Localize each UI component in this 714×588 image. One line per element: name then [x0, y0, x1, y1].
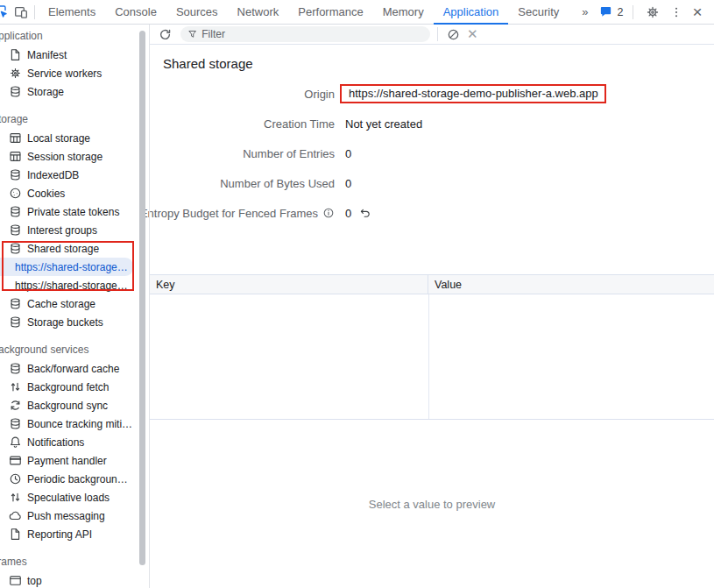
- database-icon: [9, 242, 22, 255]
- refresh-icon[interactable]: [158, 27, 172, 41]
- application-sidebar: ApplicationManifestService workersStorag…: [0, 25, 150, 588]
- sidebar-item-label: Storage: [27, 86, 64, 98]
- settings-gear-icon[interactable]: [645, 4, 661, 20]
- sidebar-item-https-shared-storage[interactable]: https://shared-storage…: [0, 258, 133, 276]
- sidebar-item-label: Speculative loads: [27, 492, 110, 504]
- panel-toolbar: ✕: [150, 25, 714, 45]
- devtools-window: ElementsConsoleSourcesNetworkPerformance…: [0, 0, 714, 588]
- sidebar-item-label: Private state tokens: [27, 206, 119, 218]
- tab-sources[interactable]: Sources: [166, 0, 228, 25]
- sidebar-item-label: Payment handler: [27, 455, 107, 467]
- sidebar-item-storage-buckets[interactable]: Storage buckets: [0, 313, 149, 331]
- detail-value: Not yet created: [345, 117, 714, 131]
- more-tabs-button[interactable]: »: [569, 5, 599, 18]
- sidebar-item-background-fetch[interactable]: Background fetch: [0, 378, 149, 396]
- sidebar-item-interest-groups[interactable]: Interest groups: [0, 221, 149, 239]
- close-view-icon[interactable]: ✕: [467, 26, 478, 42]
- value-preview-pane: Select a value to preview: [150, 420, 714, 588]
- sidebar-section-frames: Framestop: [0, 553, 149, 588]
- sync-icon: [9, 399, 22, 412]
- detail-label-text: Entropy Budget for Fenced Frames: [140, 207, 318, 220]
- shared-storage-panel: ✕ Shared storage Originhttps://shared-st…: [150, 25, 714, 588]
- detail-label: Number of Bytes Used: [150, 177, 335, 190]
- detail-label: Entropy Budget for Fenced Frames: [150, 207, 335, 220]
- detail-value: 0: [345, 207, 714, 220]
- sidebar-item-bounce-tracking-miti[interactable]: Bounce tracking miti…: [0, 414, 149, 433]
- issues-bubble-icon: [599, 5, 612, 18]
- cloud-icon: [9, 509, 22, 522]
- detail-label-text: Creation Time: [264, 117, 335, 131]
- sidebar-item-local-storage[interactable]: Local storage: [0, 129, 149, 147]
- filter-funnel-icon: [187, 29, 197, 39]
- sidebar-item-cache-storage[interactable]: Cache storage: [0, 294, 149, 313]
- sidebar-item-https-shared-storage[interactable]: https://shared-storage…: [0, 276, 149, 294]
- tab-memory[interactable]: Memory: [373, 0, 434, 25]
- tab-network[interactable]: Network: [228, 0, 289, 25]
- sidebar-item-label: Cookies: [27, 188, 65, 200]
- sidebar-item-payment-handler[interactable]: Payment handler: [0, 451, 149, 470]
- sidebar-item-periodic-backgroun[interactable]: Periodic backgroun…: [0, 470, 149, 488]
- close-devtools-button[interactable]: ×: [692, 4, 708, 20]
- database-icon: [9, 315, 22, 329]
- sidebar-item-shared-storage[interactable]: Shared storage: [0, 239, 149, 258]
- filter-input[interactable]: [201, 28, 423, 40]
- toolbar-divider: [437, 27, 438, 41]
- sidebar-item-top[interactable]: top: [0, 571, 149, 588]
- column-header-value[interactable]: Value: [428, 279, 714, 291]
- issues-counter[interactable]: 2: [599, 5, 623, 18]
- sidebar-item-label: Service workers: [27, 67, 102, 80]
- cookie-icon: [9, 187, 22, 200]
- sidebar-item-push-messaging[interactable]: Push messaging: [0, 507, 149, 525]
- sidebar-item-session-storage[interactable]: Session storage: [0, 147, 149, 166]
- sidebar-item-service-workers[interactable]: Service workers: [0, 64, 149, 82]
- sidebar-scrollbar[interactable]: [139, 31, 145, 565]
- tab-console[interactable]: Console: [105, 0, 166, 25]
- sidebar-item-background-sync[interactable]: Background sync: [0, 396, 149, 414]
- sidebar-item-indexeddb[interactable]: IndexedDB: [0, 166, 149, 184]
- sidebar-item-back-forward-cache[interactable]: Back/forward cache: [0, 359, 149, 378]
- issues-count: 2: [617, 6, 623, 18]
- sidebar-item-speculative-loads[interactable]: Speculative loads: [0, 488, 149, 507]
- devtools-tabbar: ElementsConsoleSourcesNetworkPerformance…: [0, 0, 714, 25]
- detail-label: Origin: [150, 88, 335, 101]
- sidebar-item-label: Session storage: [27, 151, 103, 163]
- document-icon: [9, 528, 22, 541]
- tab-security[interactable]: Security: [508, 0, 569, 25]
- sidebar-item-storage[interactable]: Storage: [0, 82, 149, 101]
- entries-table: Key Value: [150, 274, 714, 420]
- sidebar-item-private-state-tokens[interactable]: Private state tokens: [0, 202, 149, 221]
- sidebar-section-application: ApplicationManifestService workersStorag…: [0, 27, 149, 101]
- device-toolbar-icon[interactable]: [10, 3, 32, 22]
- page-title: Shared storage: [163, 56, 714, 72]
- info-icon[interactable]: [322, 207, 335, 219]
- kebab-menu-icon[interactable]: [668, 4, 684, 20]
- preview-placeholder-text: Select a value to preview: [369, 498, 496, 511]
- entries-table-body: [150, 294, 714, 420]
- sidebar-section-background-services: Background servicesBack/forward cacheBac…: [0, 341, 149, 543]
- tab-application[interactable]: Application: [434, 0, 509, 25]
- tab-elements[interactable]: Elements: [39, 0, 105, 25]
- sidebar-item-label: top: [27, 575, 42, 587]
- sidebar-item-manifest[interactable]: Manifest: [0, 46, 149, 64]
- bell-icon: [9, 436, 22, 449]
- database-icon: [9, 362, 22, 375]
- sidebar-item-notifications[interactable]: Notifications: [0, 433, 149, 451]
- tab-performance[interactable]: Performance: [288, 0, 372, 25]
- database-icon: [9, 223, 22, 237]
- inspect-element-icon[interactable]: [0, 4, 10, 19]
- sidebar-item-label: https://shared-storage…: [15, 280, 128, 292]
- sidebar-item-label: Back/forward cache: [27, 363, 119, 375]
- section-header: Application: [0, 27, 149, 46]
- sidebar-item-label: IndexedDB: [27, 169, 79, 181]
- detail-row-number-of-entries: Number of Entries0: [150, 138, 714, 168]
- clear-block-icon[interactable]: [446, 27, 460, 41]
- sidebar-item-label: Local storage: [27, 132, 90, 145]
- filter-field[interactable]: [180, 26, 430, 42]
- sidebar-item-cookies[interactable]: Cookies: [0, 184, 149, 202]
- kv-column-divider[interactable]: [428, 294, 429, 419]
- tabbar-divider: [34, 5, 35, 19]
- reset-budget-icon[interactable]: [359, 207, 371, 219]
- sidebar-item-reporting-api[interactable]: Reporting API: [0, 525, 149, 543]
- column-header-key[interactable]: Key: [150, 275, 428, 294]
- detail-label-text: Number of Entries: [243, 147, 335, 160]
